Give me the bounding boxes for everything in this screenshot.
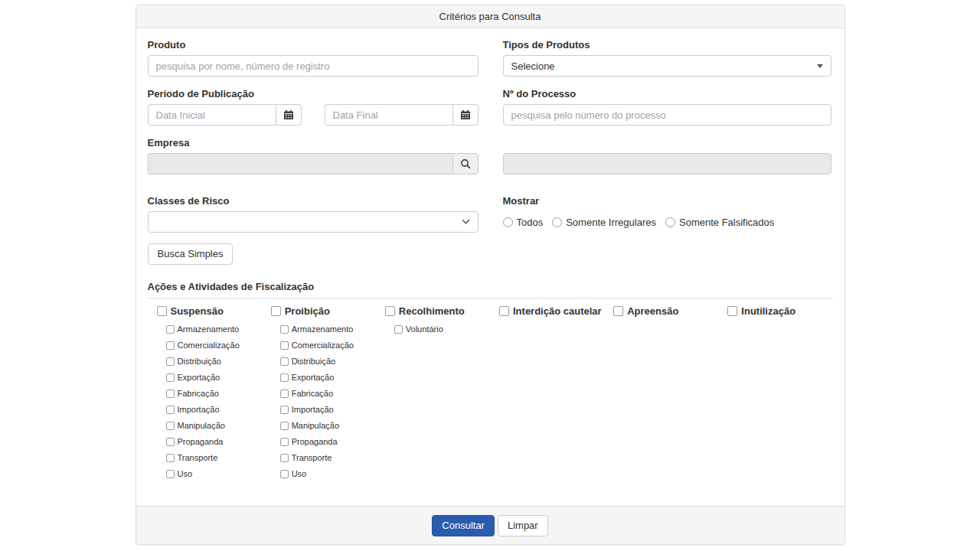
produto-label: Produto: [148, 40, 479, 51]
checkbox-proibicao-distribuicao[interactable]: Distribuição: [280, 356, 376, 367]
radio-somente-falsificados[interactable]: Somente Falsificados: [665, 217, 774, 228]
periodo-label: Período de Publicação: [148, 89, 479, 99]
radio-todos-label: Todos: [517, 217, 544, 228]
checkbox-icon: [613, 306, 623, 316]
checkbox-suspensao-fabricacao[interactable]: Fabricação: [166, 388, 262, 399]
calendar-icon: [460, 109, 471, 120]
checkbox-icon: [280, 406, 289, 414]
data-inicial-input[interactable]: [148, 104, 276, 126]
data-inicial-calendar-button[interactable]: [276, 104, 302, 126]
fiscalizacao-group-recolhimento: RecolhimentoVoluntário: [376, 305, 490, 484]
checkbox-suspensao-uso[interactable]: Uso: [166, 468, 262, 479]
item-label: Importação: [292, 404, 334, 415]
group-label: Recolhimento: [399, 305, 465, 317]
field-periodo: Período de Publicação: [148, 89, 479, 126]
empresa-group: [148, 153, 479, 174]
checkbox-icon: [385, 306, 395, 316]
processo-input[interactable]: [503, 104, 831, 126]
label-spacer: [503, 138, 831, 153]
row-periodo-processo: Período de Publicação: [148, 89, 833, 126]
item-label: Exportação: [178, 372, 220, 383]
radio-icon: [552, 217, 562, 227]
field-mostrar: Mostrar Todos Somente Irregulares Soment…: [503, 196, 831, 233]
produto-input[interactable]: [148, 55, 479, 77]
checkbox-suspensao-distribuicao[interactable]: Distribuição: [166, 356, 262, 367]
item-label: Distribuição: [292, 356, 335, 367]
checkbox-proibicao-transporte[interactable]: Transporte: [280, 452, 376, 463]
busca-simples-button[interactable]: Busca Simples: [148, 243, 234, 265]
data-final-group: [325, 104, 479, 126]
checkbox-apreensao[interactable]: Apreensão: [613, 305, 718, 317]
item-label: Distribuição: [178, 356, 221, 367]
group-label: Interdição cautelar: [513, 305, 602, 317]
checkbox-suspensao-exportacao[interactable]: Exportação: [166, 372, 262, 383]
checkbox-icon: [166, 373, 175, 382]
processo-label: Nº do Processo: [503, 89, 831, 99]
checkbox-suspensao-importacao[interactable]: Importação: [166, 404, 262, 415]
checkbox-proibicao[interactable]: Proibição: [271, 305, 376, 317]
checkbox-icon: [280, 357, 289, 366]
checkbox-recolhimento[interactable]: Recolhimento: [385, 305, 490, 317]
radio-somente-falsificados-label: Somente Falsificados: [679, 217, 774, 228]
checkbox-suspensao-armazenamento[interactable]: Armazenamento: [166, 324, 262, 334]
caret-down-icon: [817, 64, 823, 68]
checkbox-proibicao-uso[interactable]: Uso: [280, 468, 376, 479]
checkbox-proibicao-comercializacao[interactable]: Comercialização: [280, 340, 376, 350]
checkbox-icon: [166, 390, 175, 398]
checkbox-proibicao-propaganda[interactable]: Propaganda: [280, 436, 376, 447]
empresa-search-button[interactable]: [452, 153, 479, 174]
group-label: Suspensão: [171, 305, 224, 317]
calendar-icon: [283, 109, 294, 120]
item-label: Exportação: [292, 372, 335, 383]
mostrar-options: Todos Somente Irregulares Somente Falsif…: [503, 211, 831, 233]
checkbox-proibicao-importacao[interactable]: Importação: [280, 404, 376, 415]
checkbox-interdicao-cautelar[interactable]: Interdição cautelar: [499, 305, 604, 317]
checkbox-proibicao-armazenamento[interactable]: Armazenamento: [280, 324, 376, 334]
checkbox-icon: [394, 325, 403, 334]
periodo-inputs: [148, 104, 479, 126]
consultar-button[interactable]: Consultar: [432, 515, 495, 536]
checkbox-proibicao-fabricacao[interactable]: Fabricação: [280, 388, 376, 399]
radio-todos[interactable]: Todos: [503, 217, 544, 228]
data-final-input[interactable]: [325, 104, 452, 126]
limpar-button[interactable]: Limpar: [498, 515, 548, 536]
checkbox-suspensao-manipulacao[interactable]: Manipulação: [166, 420, 262, 431]
search-icon: [460, 158, 471, 169]
checkbox-icon: [280, 454, 289, 462]
checkbox-icon: [280, 422, 289, 430]
fiscalizacao-section: Ações e Atividades de Fiscalização Suspe…: [148, 282, 833, 484]
checkbox-suspensao-transporte[interactable]: Transporte: [166, 452, 262, 463]
checkbox-suspensao[interactable]: Suspensão: [157, 305, 262, 317]
item-label: Propaganda: [178, 436, 224, 447]
item-label: Armazenamento: [292, 324, 354, 334]
tipos-produtos-select[interactable]: Selecione: [503, 55, 831, 77]
panel-body: Produto Tipos de Produtos Selecione Perí…: [136, 28, 844, 506]
tipos-produtos-selected-value: Selecione: [511, 60, 817, 72]
row-busca-simples: Busca Simples: [148, 243, 833, 265]
checkbox-icon: [280, 390, 289, 398]
data-final-calendar-button[interactable]: [452, 104, 479, 126]
radio-icon: [665, 217, 675, 227]
checkbox-icon: [166, 438, 175, 446]
checkbox-recolhimento-voluntario[interactable]: Voluntário: [394, 324, 490, 334]
fiscalizacao-group-interdicao-cautelar: Interdição cautelar: [490, 305, 604, 484]
item-label: Uso: [178, 468, 193, 479]
checkbox-proibicao-manipulacao[interactable]: Manipulação: [280, 420, 376, 431]
checkbox-suspensao-propaganda[interactable]: Propaganda: [166, 436, 262, 447]
radio-somente-irregulares[interactable]: Somente Irregulares: [552, 217, 656, 228]
chevron-down-icon: [462, 219, 470, 225]
fiscalizacao-group-inutilizacao: Inutilização: [718, 305, 832, 484]
section-divider: [148, 298, 833, 298]
fiscalizacao-group-proibicao: ProibiçãoArmazenamentoComercializaçãoDis…: [262, 305, 376, 484]
item-label: Comercialização: [178, 340, 240, 350]
checkbox-proibicao-exportacao[interactable]: Exportação: [280, 372, 376, 383]
item-label: Uso: [292, 468, 307, 479]
classes-risco-select[interactable]: [148, 211, 479, 233]
checkbox-icon: [280, 373, 289, 382]
field-classes-risco: Classes de Risco: [148, 196, 479, 233]
checkbox-inutilizacao[interactable]: Inutilização: [727, 305, 832, 317]
panel-footer: Consultar Limpar: [136, 506, 844, 544]
checkbox-suspensao-comercializacao[interactable]: Comercialização: [166, 340, 262, 350]
classes-risco-label: Classes de Risco: [148, 196, 479, 207]
data-inicial-group: [148, 104, 302, 126]
